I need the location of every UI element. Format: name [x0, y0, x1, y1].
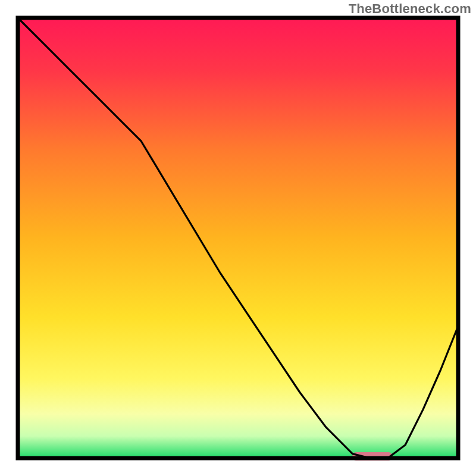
chart-container: TheBottleneck.com	[0, 0, 476, 476]
bottleneck-chart	[0, 0, 476, 476]
